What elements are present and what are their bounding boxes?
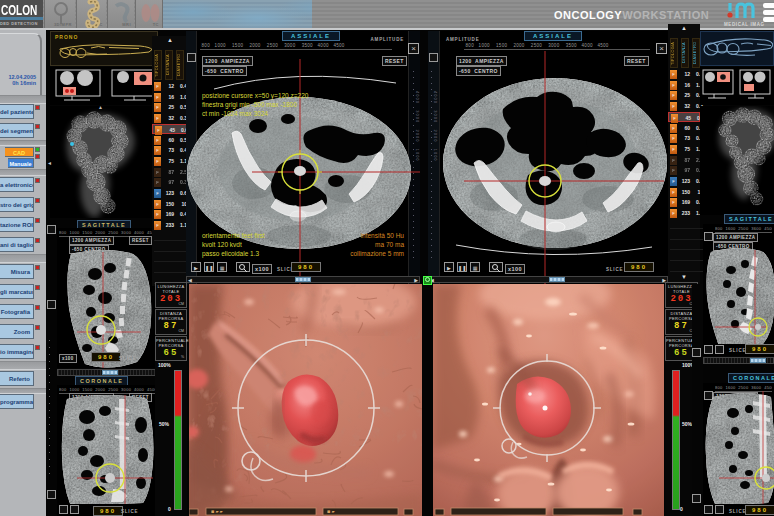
svg-text:◼ ▰: ◼ ▰ xyxy=(327,509,335,514)
svg-text:◼ ▰ ▰: ◼ ▰ ▰ xyxy=(211,509,224,514)
